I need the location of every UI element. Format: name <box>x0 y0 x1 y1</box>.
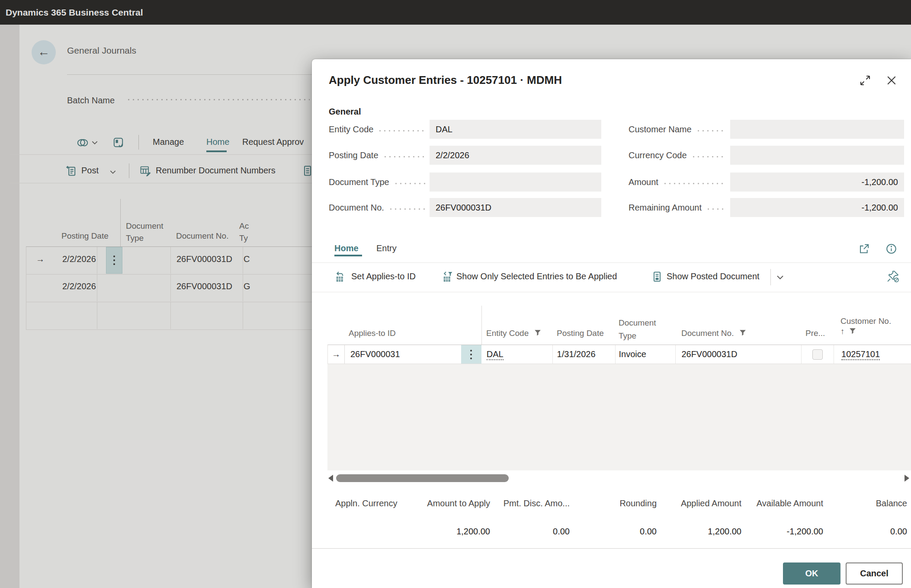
grid-col-applies-to-id[interactable]: Applies-to ID <box>349 329 396 338</box>
posting-date-cell[interactable]: 1/31/2026 <box>553 345 616 364</box>
summary-header: Available Amount <box>745 499 823 508</box>
dot-leader <box>378 130 426 131</box>
set-applies-to-id-button[interactable] <box>334 271 346 283</box>
field-label-row: Remaining Amount <box>629 202 726 213</box>
show-selected-entries-icon <box>442 271 454 283</box>
scrollbar-thumb[interactable] <box>336 474 509 482</box>
cancel-button[interactable]: Cancel <box>846 562 903 585</box>
customer-no-cell[interactable]: 10257101 <box>834 345 911 364</box>
show-selected-entries-label: Show Only Selected Entries to Be Applied <box>456 272 617 281</box>
dot-leader <box>691 156 726 157</box>
grid-row: → 26FV000031 DAL 1/31/2026 Invoice 26FV0… <box>327 345 911 364</box>
document-no-label: Document No. <box>329 203 384 213</box>
set-applies-to-id-label: Set Applies-to ID <box>351 272 416 281</box>
scroll-left-button[interactable] <box>328 475 333 482</box>
grid-col-posting-date[interactable]: Posting Date <box>557 329 604 338</box>
ok-button[interactable]: OK <box>783 562 840 585</box>
expand-dialog-button[interactable] <box>859 74 873 88</box>
chevron-down-icon <box>776 273 785 282</box>
customer-name-label: Customer Name <box>629 125 692 134</box>
dot-leader <box>663 183 726 184</box>
filter-icon[interactable] <box>739 329 746 336</box>
show-posted-document-icon <box>651 271 663 283</box>
field-label-row: Amount <box>629 176 726 188</box>
summary-header: Applied Amount <box>664 499 741 508</box>
unpin-actionbar-button[interactable] <box>886 270 899 283</box>
vertical-ellipsis-icon <box>461 345 481 364</box>
grid-col-document-no[interactable]: Document No. <box>681 329 746 338</box>
dot-leader <box>383 156 426 157</box>
customer-name-field[interactable] <box>730 120 904 139</box>
field-label-row: Currency Code <box>629 150 726 161</box>
remaining-amount-field[interactable]: -1,200.00 <box>730 198 904 217</box>
filter-icon[interactable] <box>534 329 541 336</box>
currency-code-label: Currency Code <box>629 150 687 160</box>
action-divider <box>770 269 771 285</box>
document-no-field[interactable]: 26FV000031D <box>430 198 601 217</box>
document-no-cell[interactable]: 26FV000031D <box>676 345 802 364</box>
grid-empty-area <box>327 364 911 470</box>
general-section-heading[interactable]: General <box>329 107 361 117</box>
summary-header: Pmt. Disc. Amo... <box>494 499 570 508</box>
resize-icon <box>859 74 872 87</box>
document-type-cell[interactable]: Invoice <box>616 345 676 364</box>
current-row-arrow-icon: → <box>328 345 344 364</box>
dot-leader <box>388 208 426 210</box>
filter-icon[interactable] <box>849 328 856 335</box>
summary-header: Balance <box>829 499 907 508</box>
summary-header: Rounding <box>581 499 657 508</box>
dot-leader <box>696 130 726 131</box>
entity-code-label: Entity Code <box>329 125 373 134</box>
field-label-row: Posting Date <box>329 150 426 161</box>
info-button[interactable] <box>885 243 898 255</box>
amount-field[interactable]: -1,200.00 <box>730 173 904 192</box>
close-dialog-button[interactable] <box>885 74 899 88</box>
summary-header: Amount to Apply <box>414 499 490 508</box>
summary-value: 1,200.00 <box>664 527 741 537</box>
scroll-right-button[interactable] <box>905 475 909 482</box>
grid-col-entity-code[interactable]: Entity Code <box>486 329 541 338</box>
prepayment-checkbox[interactable] <box>812 349 823 360</box>
tab-home-underline <box>334 255 362 256</box>
summary-header: Appln. Currency <box>335 499 409 508</box>
show-selected-entries-button[interactable] <box>442 271 454 283</box>
grid-col-prepayment[interactable]: Pre... <box>805 329 825 338</box>
currency-code-field[interactable] <box>730 146 904 165</box>
share-button[interactable] <box>858 243 870 255</box>
posting-date-field[interactable]: 2/2/2026 <box>430 146 601 165</box>
amount-label: Amount <box>629 177 658 187</box>
grid-freeze-divider <box>481 306 482 345</box>
summary-value: 0.00 <box>581 527 657 537</box>
grid-col-document-type[interactable]: Document Type <box>619 316 656 342</box>
row-context-menu-button[interactable] <box>461 345 481 364</box>
remaining-amount-label: Remaining Amount <box>629 203 702 213</box>
summary-value: 0.00 <box>829 527 907 537</box>
entity-code-field[interactable]: DAL <box>430 120 601 139</box>
document-type-field[interactable] <box>430 173 601 192</box>
share-icon <box>858 243 870 255</box>
tab-home[interactable]: Home <box>334 243 359 253</box>
dialog-title: Apply Customer Entries - 10257101 · MDMH <box>329 74 562 87</box>
app-window: Dynamics 365 Business Central ← General … <box>0 0 911 588</box>
field-label-row: Customer Name <box>629 124 726 135</box>
field-label-row: Document Type <box>329 176 426 188</box>
sort-ascending-icon: ↑ <box>840 327 845 336</box>
tab-divider <box>312 262 911 263</box>
entity-code-cell[interactable]: DAL <box>481 345 553 364</box>
info-icon <box>885 243 898 255</box>
applies-to-id-cell[interactable]: 26FV000031 <box>344 345 461 364</box>
field-label-row: Entity Code <box>329 124 426 135</box>
tab-entry[interactable]: Entry <box>376 243 397 253</box>
summary-value: 1,200.00 <box>414 527 490 537</box>
close-icon <box>885 74 898 87</box>
field-label-row: Document No. <box>329 202 426 213</box>
footer-divider <box>312 548 911 549</box>
prepayment-cell <box>802 345 834 364</box>
set-applies-to-id-icon <box>334 271 346 283</box>
grid-col-customer-no[interactable]: Customer No. ↑ <box>840 316 891 336</box>
show-posted-document-label: Show Posted Document <box>667 272 760 281</box>
apply-customer-entries-dialog: Apply Customer Entries - 10257101 · MDMH… <box>312 59 911 588</box>
show-posted-dropdown[interactable] <box>776 273 785 282</box>
actionbar-divider <box>312 292 911 292</box>
show-posted-document-button[interactable] <box>651 271 663 283</box>
